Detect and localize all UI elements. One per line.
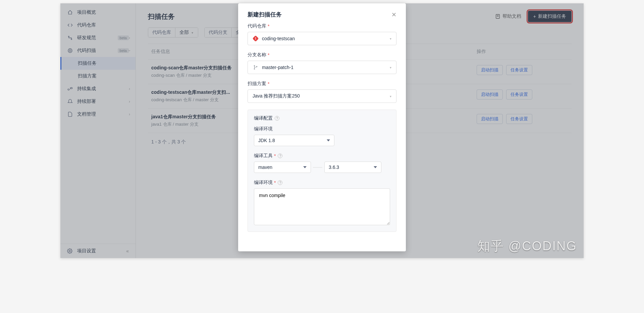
env-value: JDK 1.8 xyxy=(258,138,275,143)
repo-value: coding-testscan xyxy=(262,36,295,41)
svg-point-12 xyxy=(254,69,255,69)
branch-icon xyxy=(253,64,259,70)
repo-select[interactable]: coding-testscan xyxy=(248,32,396,45)
compile-config-box: 编译配置? 编译环境 JDK 1.8 编译工具*? maven xyxy=(248,110,396,232)
repo-label: 代码仓库* xyxy=(248,23,396,29)
tool-version: 3.6.3 xyxy=(329,165,339,170)
app-frame: 项目概览 代码仓库 研发规范 beta › 代码扫描 beta › 扫描任务 xyxy=(60,3,584,258)
tool-value: maven xyxy=(258,165,272,170)
svg-rect-10 xyxy=(255,38,256,40)
help-icon[interactable]: ? xyxy=(278,180,282,185)
new-task-modal: 新建扫描任务 ✕ 代码仓库* coding-testscan 分支名称* mas… xyxy=(238,3,406,251)
branch-value: master-patch-1 xyxy=(262,65,293,70)
compile-command-textarea[interactable] xyxy=(254,188,390,225)
svg-point-11 xyxy=(254,65,255,66)
form-group-plan: 扫描方案* Java 推荐扫描方案250 xyxy=(248,81,396,103)
env2-label: 编译环境*? xyxy=(254,180,390,186)
modal-header: 新建扫描任务 ✕ xyxy=(238,3,406,23)
close-icon[interactable]: ✕ xyxy=(391,11,396,18)
git-repo-icon xyxy=(253,36,259,42)
tool-label: 编译工具*? xyxy=(254,153,390,159)
plan-select[interactable]: Java 推荐扫描方案250 xyxy=(248,89,396,103)
separator xyxy=(313,167,322,168)
help-icon[interactable]: ? xyxy=(278,153,282,158)
branch-label: 分支名称* xyxy=(248,52,396,58)
plan-label: 扫描方案* xyxy=(248,81,396,87)
plan-value: Java 推荐扫描方案250 xyxy=(253,93,300,99)
form-group-env: 编译环境 JDK 1.8 xyxy=(254,126,390,146)
modal-body: 代码仓库* coding-testscan 分支名称* master-patch… xyxy=(238,23,406,240)
modal-title: 新建扫描任务 xyxy=(248,11,391,18)
compile-title: 编译配置? xyxy=(254,115,390,121)
form-group-tool: 编译工具*? maven 3.6.3 xyxy=(254,153,390,173)
form-group-repo: 代码仓库* coding-testscan xyxy=(248,23,396,45)
env-select[interactable]: JDK 1.8 xyxy=(254,135,334,146)
branch-select[interactable]: master-patch-1 xyxy=(248,61,396,74)
form-group-env2: 编译环境*? xyxy=(254,180,390,226)
tool-version-select[interactable]: 3.6.3 xyxy=(324,162,381,173)
tool-select[interactable]: maven xyxy=(254,162,311,173)
help-icon[interactable]: ? xyxy=(275,116,279,121)
form-group-branch: 分支名称* master-patch-1 xyxy=(248,52,396,74)
modal-backdrop[interactable]: 新建扫描任务 ✕ 代码仓库* coding-testscan 分支名称* mas… xyxy=(60,3,584,258)
env-label: 编译环境 xyxy=(254,126,390,132)
